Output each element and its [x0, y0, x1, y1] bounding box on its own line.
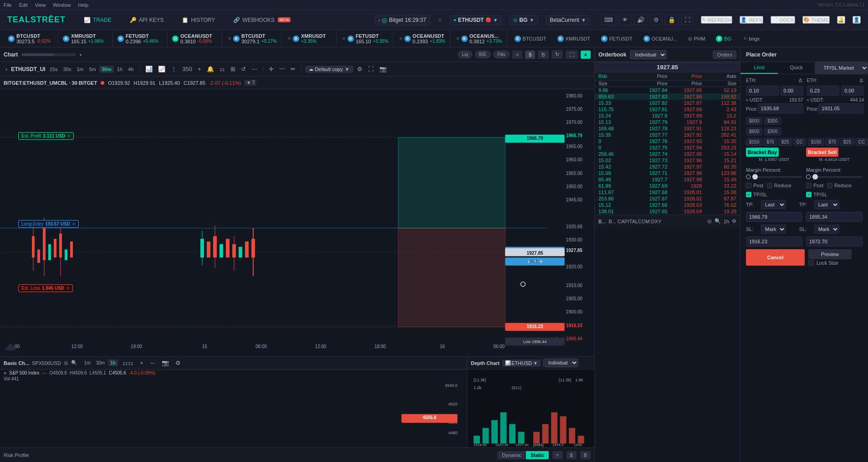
- undo-btn[interactable]: ↺: [239, 65, 248, 73]
- rex-bngx[interactable]: ✕ bngx: [739, 35, 763, 42]
- tpsl-opt-sell[interactable]: ✓ TP/SL: [806, 192, 827, 197]
- post-opt-sell[interactable]: Post: [806, 183, 823, 188]
- ob-row-6[interactable]: 169.48 1927.78 1927.91 118.23: [595, 125, 740, 132]
- qty-75-buy[interactable]: $75: [763, 138, 777, 146]
- sell-price-input[interactable]: [818, 103, 864, 113]
- ob-orders-btn[interactable]: Orders: [713, 51, 736, 59]
- qty-300-buy[interactable]: $300: [764, 117, 781, 125]
- copy-dropdown[interactable]: ☁ Default copy ▼: [305, 66, 353, 73]
- market-dropdown-icon[interactable]: ▼: [493, 17, 498, 23]
- chart-expand-btn[interactable]: ⛶: [366, 65, 376, 73]
- post-checkbox-buy[interactable]: [746, 183, 751, 188]
- menu-help[interactable]: Help: [78, 2, 88, 8]
- equal-btn[interactable]: =: [512, 51, 522, 59]
- replay-btn[interactable]: ⊞: [229, 65, 237, 73]
- tp-value-sell[interactable]: [806, 212, 863, 222]
- tf-15s[interactable]: 15s: [47, 66, 60, 73]
- tpsl-checkbox-sell[interactable]: ✓: [806, 192, 812, 197]
- tf-1h[interactable]: 1h: [115, 66, 125, 73]
- rex-bg[interactable]: B BG: [712, 35, 735, 43]
- tf-30m[interactable]: 30m: [99, 66, 114, 73]
- buy-qty-input[interactable]: [746, 86, 779, 96]
- tab-limit[interactable]: Limit: [740, 62, 778, 74]
- tf-4h[interactable]: 4h: [126, 66, 136, 73]
- menu-window[interactable]: Window: [53, 2, 71, 8]
- copy-dropdown-icon[interactable]: ▼: [345, 67, 350, 72]
- market-selector[interactable]: ● ETHUSDT 🔴 ▼: [449, 15, 502, 25]
- dollar-btn[interactable]: $: [525, 51, 535, 59]
- menu-edit[interactable]: Edit: [19, 2, 28, 8]
- nav-history[interactable]: 📋 HISTORY: [178, 15, 219, 25]
- qty-25-buy[interactable]: $25: [778, 138, 792, 146]
- depth-mode-select[interactable]: Individual: [543, 359, 578, 367]
- chart-dot-menu[interactable]: •: [80, 52, 82, 57]
- refs-btn[interactable]: 👤REFS: [740, 16, 763, 24]
- chart-settings-btn[interactable]: ⚙: [355, 65, 364, 73]
- ticker-close-3[interactable]: ✕: [342, 36, 346, 41]
- bg-selector[interactable]: ◎ BG ▼: [509, 15, 538, 25]
- indicator-btn[interactable]: 350: [180, 65, 194, 73]
- qty-150-sell[interactable]: $150: [808, 138, 824, 146]
- ob-row-12[interactable]: 15.42 1927.72 1927.97 60.35: [595, 164, 740, 170]
- qty-cc-sell[interactable]: CC: [855, 138, 868, 146]
- refresh-chart-btn[interactable]: ↻: [551, 50, 563, 59]
- ob-row-3[interactable]: 115.75 1927.81 1927.88 2.43: [595, 106, 740, 113]
- ob-row-14[interactable]: 65.48 1927.7 1927.99 15.49: [595, 176, 740, 183]
- tpsl-checkbox-buy[interactable]: ✓: [746, 192, 751, 197]
- qty-cc-buy[interactable]: CC: [793, 138, 806, 146]
- version-selector[interactable]: BetaCurrent ▼: [546, 15, 590, 25]
- alert-btn[interactable]: 🔔: [205, 65, 216, 73]
- ticker-xmrusdt-1[interactable]: B XMRUSDT 165.15 +1.06%: [58, 30, 113, 47]
- back-arrow[interactable]: ‹: [378, 17, 380, 23]
- chart-camera-btn[interactable]: 📷: [378, 65, 388, 73]
- sell-delta-input[interactable]: [841, 86, 864, 96]
- nav-webhooks[interactable]: 🔗 WEBHOOKS BETA: [230, 15, 294, 25]
- ticker-close-2[interactable]: ✕: [287, 36, 291, 41]
- ob-row-19[interactable]: 138.01 1927.65 1928.04 19.29: [595, 208, 740, 215]
- ob-row-7[interactable]: 15.35 1927.77 1927.92 262.41: [595, 132, 740, 138]
- spx-add-indicator[interactable]: ⚏⚏: [121, 359, 135, 367]
- ob-row-0[interactable]: 9.86 1927.84 1927.85 52.19: [595, 87, 740, 93]
- ticker-oceanusdt-2[interactable]: ✕ B OCEANUSDT 0.2393 +1.83%: [393, 30, 450, 47]
- spx-camera-btn[interactable]: 📷: [160, 359, 171, 367]
- eye-btn[interactable]: 👁: [619, 15, 631, 25]
- qty-600-buy[interactable]: $600: [746, 117, 762, 125]
- tf-30s[interactable]: 30s: [61, 66, 73, 73]
- spx-tf-1m[interactable]: 1m: [82, 359, 93, 366]
- cursor-btn[interactable]: ✛: [267, 65, 276, 73]
- ob-row-1[interactable]: 859.63 1927.83 1927.86 158.92: [595, 93, 740, 100]
- qty-75-sell[interactable]: $75: [825, 138, 839, 146]
- theme-btn[interactable]: 🎨THEME: [802, 16, 830, 24]
- b-btn[interactable]: B: [538, 51, 548, 59]
- post-opt-buy[interactable]: Post: [746, 183, 763, 188]
- reduce-checkbox-buy[interactable]: [767, 183, 772, 188]
- dxy-settings[interactable]: ⚙: [732, 218, 736, 224]
- line-type-btn[interactable]: 📈: [156, 65, 167, 73]
- ob-row-15[interactable]: 61.99 1927.69 1928 33.22: [595, 183, 740, 189]
- tab-tp-sl[interactable]: TP/SL Market: [815, 62, 868, 74]
- spx-settings-btn[interactable]: ⚙: [174, 359, 183, 367]
- ticker-oceanusdt-3[interactable]: ✕ B OCEANUS... 0.3812 +3.73%: [450, 30, 507, 47]
- pen-btn[interactable]: ✏: [289, 65, 297, 73]
- ticker-close-5[interactable]: ✕: [456, 36, 460, 41]
- rex-xmrusdt[interactable]: B XMRUSDT: [554, 35, 594, 43]
- ticker-fetusdt-1[interactable]: B FETUSDT 0.2396 +0.46%: [113, 30, 168, 47]
- docs-btn[interactable]: 📄DOCS: [771, 16, 795, 24]
- ob-row-11[interactable]: 15.02 1927.73 1927.96 15.21: [595, 157, 740, 164]
- ob-row-5[interactable]: 15.13 1927.79 1927.9 84.91: [595, 119, 740, 125]
- bracket-buy-btn[interactable]: Bracket Buy: [746, 148, 779, 157]
- rex-close[interactable]: ✕: [743, 36, 747, 41]
- post-checkbox-sell[interactable]: [806, 183, 812, 188]
- spx-tf-1h[interactable]: 1h: [108, 359, 118, 366]
- ticker-close-4[interactable]: ✕: [399, 36, 403, 41]
- dxy-refresh[interactable]: ◎: [707, 218, 712, 224]
- sl-mode-buy[interactable]: Mark: [761, 225, 786, 234]
- ob-row-8[interactable]: 0 1927.76 1927.93 15.35: [595, 138, 740, 144]
- rex-btcusdt[interactable]: B BTCUSDT: [511, 35, 550, 43]
- bar-type-btn[interactable]: 📊: [143, 65, 154, 73]
- ob-row-4[interactable]: 15.24 1927.8 1927.89 15.2: [595, 113, 740, 119]
- depth-chart-area[interactable]: [11.3k] [11.3k] 1.8k 1.2k (611): [467, 370, 594, 447]
- margin-slider-sell[interactable]: [812, 176, 863, 178]
- rex-oceanusdt[interactable]: B OCEANU...: [640, 35, 681, 43]
- ob-row-16[interactable]: 111.67 1927.68 1928.01 15.08: [595, 189, 740, 195]
